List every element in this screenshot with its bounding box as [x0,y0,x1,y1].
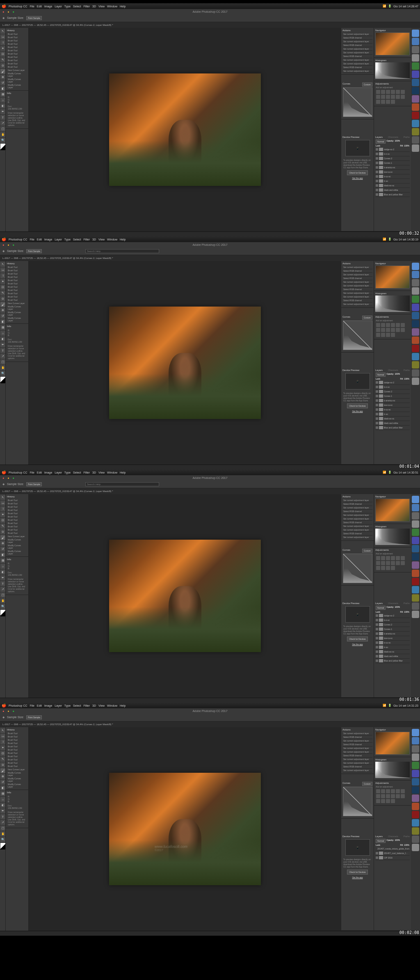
shape-tool[interactable]: ▢ [0,826,5,831]
adj-colorbalance[interactable] [376,561,380,565]
list-item[interactable]: Set current adjustment layer [342,295,372,299]
list-item[interactable]: Set current adjustment layer [342,506,372,510]
color-swap[interactable] [0,144,5,150]
adj-vibrance[interactable] [396,556,400,560]
list-item[interactable]: Set current adjustment layer [342,524,372,528]
visibility-icon[interactable] [376,637,378,639]
path-tool[interactable]: ↗ [0,121,5,126]
layer-row[interactable]: black-ex-sc [375,183,410,188]
list-item[interactable]: Modify Curves Layer [7,777,27,783]
list-item[interactable]: Select RGB channel [342,66,372,69]
blend-mode[interactable]: Normal [376,839,386,843]
crop-tool[interactable]: ⊡ [0,52,5,57]
color-swap[interactable] [0,610,5,616]
list-item[interactable]: Select RGB channel [342,532,372,536]
fill-value[interactable]: 100% [404,144,409,147]
adj-photo[interactable] [386,95,390,99]
adj-lookup[interactable] [396,328,400,332]
adj-poster[interactable] [376,799,380,803]
paths-tab[interactable]: Paths [404,602,410,604]
dock-app-0[interactable] [412,729,419,736]
gradient-tool[interactable]: ▤ [0,791,5,796]
sample-dropdown[interactable]: Point Sample [26,249,42,253]
list-item[interactable]: Set current adjustment layer [342,51,372,55]
list-item[interactable]: Set current adjustment layer [342,302,372,306]
adj-invert[interactable] [401,95,405,99]
shape-tool[interactable]: ▢ [0,593,5,598]
visibility-icon[interactable] [376,148,378,151]
list-item[interactable]: New Curves Layer [7,69,27,72]
adj-brightness[interactable] [376,556,380,560]
layers-header[interactable]: Layers [375,136,383,138]
eyedropper-tool[interactable]: ✎ [0,57,5,62]
stamp-tool[interactable]: ⊕ [0,308,5,313]
dock-app-9[interactable] [412,570,419,577]
battery-icon[interactable]: 🔋 [388,5,392,8]
minimize-icon[interactable]: ● [7,710,9,712]
list-item[interactable]: Brush Tool [7,508,27,512]
layer-row[interactable]: b-co-sc [375,174,410,179]
layer-row[interactable]: b-n-sc [375,618,410,623]
canvas-area[interactable] [29,28,341,231]
visibility-icon[interactable] [376,614,378,617]
list-item[interactable]: Brush Tool [7,765,27,768]
menu-help[interactable]: Help [120,5,126,8]
list-item[interactable]: Brush Tool [7,525,27,528]
navigator-thumb[interactable] [375,499,410,522]
clock[interactable]: Gio 14 set 14:28:47 [393,5,418,8]
dock-app-1[interactable] [412,38,419,45]
dock-app-8[interactable] [412,328,419,336]
list-item[interactable]: Select RGB channel [342,765,372,769]
dock-app-4[interactable] [412,295,419,303]
dock-app-11[interactable] [412,586,419,593]
layer-row[interactable]: b-n-sc [375,385,410,389]
menu-select[interactable]: Select [73,471,81,474]
stamp-tool[interactable]: ⊕ [0,75,5,80]
adj-exposure[interactable] [391,323,395,327]
menu-image[interactable]: Image [44,5,52,8]
list-item[interactable]: Modify Curves Layer [7,550,27,555]
menu-help[interactable]: Help [120,471,126,474]
eraser-tool[interactable]: ◧ [0,86,5,91]
adj-threshold[interactable] [381,333,385,337]
dock-app-8[interactable] [412,95,419,103]
adj-gradient[interactable] [386,333,390,337]
adj-bw[interactable] [381,561,385,565]
history-brush-tool[interactable]: ↺ [0,547,5,552]
close-icon[interactable]: ● [2,243,4,246]
move-tool[interactable]: ↖ [0,29,5,34]
fill-value[interactable]: 100% [404,378,409,380]
visibility-icon[interactable] [376,641,378,644]
dock-app-12[interactable] [412,128,419,135]
list-item[interactable]: Brush Tool [7,36,27,39]
dock-app-10[interactable] [412,578,419,585]
dock-app-13[interactable] [412,136,419,144]
list-item[interactable]: Brush Tool [7,755,27,758]
layers-header[interactable]: Layers [375,602,383,604]
curves-preset[interactable]: Custom [362,316,372,320]
blend-mode[interactable]: Normal [376,140,386,144]
shape-tool[interactable]: ▢ [0,359,5,364]
menu-edit[interactable]: Edit [37,471,42,474]
dock-app-7[interactable] [412,87,419,94]
image-canvas[interactable] [109,540,261,652]
app-name-menu[interactable]: Photoshop CC [9,471,27,474]
adj-gradient[interactable] [386,799,390,803]
dock-app-0[interactable] [412,263,419,270]
list-item[interactable]: Brush Tool [7,285,27,289]
opacity-value[interactable]: 100% [395,839,400,843]
adj-brightness[interactable] [376,90,380,94]
list-item[interactable]: Set current adjustment layer [342,58,372,62]
gradient-tool[interactable]: ▤ [0,325,5,330]
dock-app-5[interactable] [412,537,419,544]
list-item[interactable]: Brush Tool [7,518,27,522]
get-app-button[interactable]: Get the app [350,875,364,879]
channels-tab[interactable]: Channels [388,369,398,371]
menu-image[interactable]: Image [44,238,52,241]
minimize-icon[interactable]: ● [7,476,9,479]
adj-mixer[interactable] [391,561,395,565]
battery-icon[interactable]: 🔋 [388,238,392,241]
check-devices-button[interactable]: Check for Devices [347,170,368,175]
menu-window[interactable]: Window [107,704,117,707]
list-item[interactable]: Brush Tool [7,298,27,302]
